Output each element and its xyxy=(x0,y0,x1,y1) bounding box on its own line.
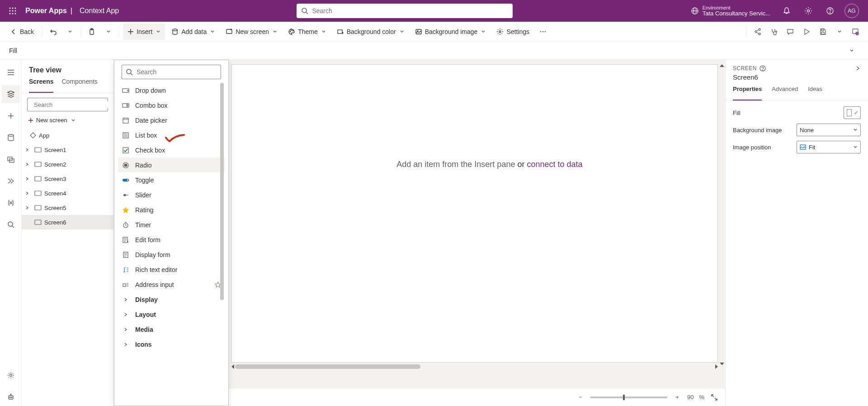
tree-node-screen1[interactable]: Screen1 xyxy=(22,143,113,157)
global-search-input[interactable] xyxy=(312,7,508,14)
formula-expand[interactable] xyxy=(844,43,859,58)
brand-label[interactable]: Power Apps xyxy=(25,7,67,15)
save-dropdown[interactable] xyxy=(832,24,846,40)
section-label: SCREEN xyxy=(733,65,757,72)
insert-search[interactable] xyxy=(122,65,221,79)
rail-insert[interactable] xyxy=(2,107,20,125)
zoom-slider[interactable] xyxy=(590,396,667,398)
tab-components[interactable]: Components xyxy=(61,78,97,93)
rail-search[interactable] xyxy=(2,215,20,234)
tree-node-screen5[interactable]: Screen5 xyxy=(22,201,113,215)
insert-item-radio[interactable]: Radio xyxy=(118,158,225,172)
insert-item-display-form[interactable]: Display form xyxy=(118,247,225,262)
insert-category-media[interactable]: Media xyxy=(118,322,225,337)
publish-button[interactable] xyxy=(848,24,863,40)
insert-item-slider[interactable]: Slider xyxy=(118,187,225,202)
insert-item-combo-box[interactable]: Combo box xyxy=(118,98,225,113)
comments-button[interactable] xyxy=(783,24,797,40)
background-color-button[interactable]: Background color xyxy=(332,24,409,40)
settings-gear-icon[interactable] xyxy=(801,4,816,18)
insert-item-rating[interactable]: Rating xyxy=(118,202,225,217)
separator xyxy=(746,26,747,37)
prop-bg-image-value[interactable]: None xyxy=(797,124,861,136)
expander-icon[interactable] xyxy=(25,177,32,181)
zoom-in-button[interactable]: + xyxy=(673,393,682,402)
insert-category-icons[interactable]: Icons xyxy=(118,337,225,352)
insert-item-timer[interactable]: Timer xyxy=(118,217,225,232)
insert-item-date-picker[interactable]: Date picker xyxy=(118,113,225,128)
tree-node-screen3[interactable]: Screen3 xyxy=(22,172,113,186)
theme-button[interactable]: Theme xyxy=(283,24,330,40)
tree-node-app[interactable]: App xyxy=(22,128,113,143)
connect-to-data-link[interactable]: connect to data xyxy=(527,160,582,169)
tree-node-screen2[interactable]: Screen2 xyxy=(22,157,113,172)
rail-settings[interactable] xyxy=(2,366,20,384)
undo-button[interactable] xyxy=(46,24,61,40)
insert-button[interactable]: Insert xyxy=(123,24,165,40)
tree-search[interactable] xyxy=(27,98,108,111)
insert-item-toggle[interactable]: Toggle xyxy=(118,172,225,187)
insert-item-address-input[interactable]: Address input xyxy=(118,277,225,292)
environment-picker[interactable]: Environment Tata Consultancy Servic... xyxy=(691,5,770,17)
insert-item-list-box[interactable]: List box xyxy=(118,128,225,143)
rail-data[interactable] xyxy=(2,129,20,147)
preview-button[interactable] xyxy=(799,24,814,40)
rail-media[interactable] xyxy=(2,150,20,168)
rail-power-automate[interactable] xyxy=(2,172,20,190)
insert-item-edit-form[interactable]: Edit form xyxy=(118,232,225,247)
share-button[interactable] xyxy=(750,24,765,40)
insert-item-check-box[interactable]: Check box xyxy=(118,143,225,158)
app-launcher-icon[interactable] xyxy=(4,2,22,20)
global-search[interactable] xyxy=(297,4,513,18)
prop-image-position-value[interactable]: Fit xyxy=(797,141,861,153)
settings-button[interactable]: Settings xyxy=(492,24,534,40)
artboard[interactable]: Add an item from the Insert pane or conn… xyxy=(231,64,718,363)
insert-item-rich-text-editor[interactable]: Rich text editor xyxy=(118,262,225,277)
expander-icon[interactable] xyxy=(25,162,32,166)
tree-node-screen6[interactable]: Screen6 xyxy=(22,215,113,229)
paste-button[interactable] xyxy=(85,24,99,40)
help-icon[interactable] xyxy=(823,4,837,18)
prop-fill-value[interactable] xyxy=(844,106,861,119)
rail-virtual-agent[interactable] xyxy=(2,388,20,406)
expander-icon[interactable] xyxy=(25,148,32,152)
canvas-vertical-scrollbar[interactable] xyxy=(719,64,725,365)
info-icon[interactable] xyxy=(760,65,766,72)
collapse-panel-button[interactable] xyxy=(854,65,861,72)
rail-hamburger[interactable] xyxy=(2,63,20,81)
tab-advanced[interactable]: Advanced xyxy=(772,86,798,100)
notifications-icon[interactable] xyxy=(779,4,794,18)
back-button[interactable]: Back xyxy=(5,24,38,40)
tree-search-input[interactable] xyxy=(34,101,110,108)
undo-dropdown[interactable] xyxy=(62,24,77,40)
fit-to-screen-button[interactable] xyxy=(710,393,719,402)
insert-search-input[interactable] xyxy=(137,68,217,76)
expander-icon[interactable] xyxy=(25,191,32,195)
insert-item-label: Edit form xyxy=(135,236,160,244)
tab-screens[interactable]: Screens xyxy=(29,78,53,93)
app-checker-button[interactable] xyxy=(767,24,781,40)
tab-ideas[interactable]: Ideas xyxy=(808,86,822,100)
insert-list-scrollbar[interactable] xyxy=(220,83,224,402)
user-avatar[interactable]: AG xyxy=(844,4,859,18)
expander-icon[interactable] xyxy=(25,206,32,210)
rail-tree-view[interactable] xyxy=(2,85,20,103)
canvas-horizontal-scrollbar[interactable] xyxy=(231,363,718,370)
tab-properties[interactable]: Properties xyxy=(733,86,762,100)
insert-category-layout[interactable]: Layout xyxy=(118,307,225,322)
insert-item-label: List box xyxy=(135,132,157,139)
save-button[interactable] xyxy=(816,24,830,40)
insert-item-drop-down[interactable]: Drop down xyxy=(118,83,225,98)
paste-dropdown[interactable] xyxy=(101,24,115,40)
overflow-button[interactable] xyxy=(536,24,550,40)
svg-point-58 xyxy=(127,69,131,74)
new-screen-button[interactable]: New screen xyxy=(221,24,282,40)
rail-variables[interactable] xyxy=(2,194,20,212)
add-data-button[interactable]: Add data xyxy=(167,24,219,40)
property-selector[interactable]: Fill xyxy=(9,44,108,57)
zoom-out-button[interactable]: − xyxy=(576,393,585,402)
insert-category-display[interactable]: Display xyxy=(118,292,225,307)
background-image-button[interactable]: Background image xyxy=(410,24,491,40)
tree-node-screen4[interactable]: Screen4 xyxy=(22,186,113,201)
tree-new-screen[interactable]: New screen xyxy=(22,114,113,126)
